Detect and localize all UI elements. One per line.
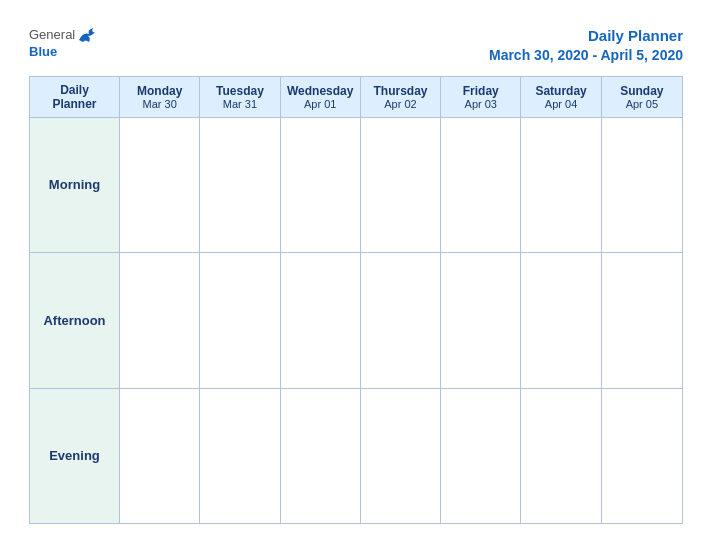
cell-afternoon-saturday[interactable] [521, 253, 601, 387]
cell-evening-sunday[interactable] [602, 389, 682, 523]
cell-afternoon-monday[interactable] [120, 253, 200, 387]
calendar-header-monday: Monday Mar 30 [120, 77, 200, 117]
planner-date-range: March 30, 2020 - April 5, 2020 [489, 46, 683, 64]
cell-afternoon-thursday[interactable] [361, 253, 441, 387]
logo-general: General [29, 27, 75, 43]
cell-evening-friday[interactable] [441, 389, 521, 523]
calendar-header-sunday: Sunday Apr 05 [602, 77, 682, 117]
cell-evening-thursday[interactable] [361, 389, 441, 523]
cell-afternoon-tuesday[interactable] [200, 253, 280, 387]
cell-afternoon-sunday[interactable] [602, 253, 682, 387]
cell-evening-tuesday[interactable] [200, 389, 280, 523]
cell-morning-sunday[interactable] [602, 118, 682, 252]
logo: General Blue [29, 26, 99, 60]
row-label-evening: Evening [30, 389, 120, 523]
calendar: Daily Planner Monday Mar 30 Tuesday Mar … [29, 76, 683, 524]
calendar-row-evening: Evening [30, 389, 682, 523]
cell-morning-saturday[interactable] [521, 118, 601, 252]
page: General Blue Daily Planner March 30, 202… [11, 10, 701, 540]
calendar-row-morning: Morning [30, 118, 682, 253]
cell-morning-tuesday[interactable] [200, 118, 280, 252]
cell-evening-monday[interactable] [120, 389, 200, 523]
cell-morning-thursday[interactable] [361, 118, 441, 252]
daily-planner-header-line1: Daily [60, 83, 89, 97]
calendar-header-friday: Friday Apr 03 [441, 77, 521, 117]
cell-evening-wednesday[interactable] [281, 389, 361, 523]
cell-morning-friday[interactable] [441, 118, 521, 252]
title-area: Daily Planner March 30, 2020 - April 5, … [489, 26, 683, 64]
calendar-header-wednesday: Wednesday Apr 01 [281, 77, 361, 117]
row-label-afternoon: Afternoon [30, 253, 120, 387]
cell-afternoon-wednesday[interactable] [281, 253, 361, 387]
calendar-header-row: Daily Planner Monday Mar 30 Tuesday Mar … [30, 77, 682, 118]
cell-afternoon-friday[interactable] [441, 253, 521, 387]
cell-evening-saturday[interactable] [521, 389, 601, 523]
logo-blue: Blue [29, 44, 57, 60]
cell-morning-monday[interactable] [120, 118, 200, 252]
planner-title: Daily Planner [489, 26, 683, 46]
logo-bird-icon [77, 26, 99, 44]
calendar-header-thursday: Thursday Apr 02 [361, 77, 441, 117]
calendar-row-afternoon: Afternoon [30, 253, 682, 388]
cell-morning-wednesday[interactable] [281, 118, 361, 252]
calendar-header-saturday: Saturday Apr 04 [521, 77, 601, 117]
header: General Blue Daily Planner March 30, 202… [29, 26, 683, 64]
calendar-body: Morning Afternoon [30, 118, 682, 523]
row-label-morning: Morning [30, 118, 120, 252]
calendar-header-label: Daily Planner [30, 77, 120, 117]
calendar-header-tuesday: Tuesday Mar 31 [200, 77, 280, 117]
daily-planner-header-line2: Planner [52, 97, 96, 111]
